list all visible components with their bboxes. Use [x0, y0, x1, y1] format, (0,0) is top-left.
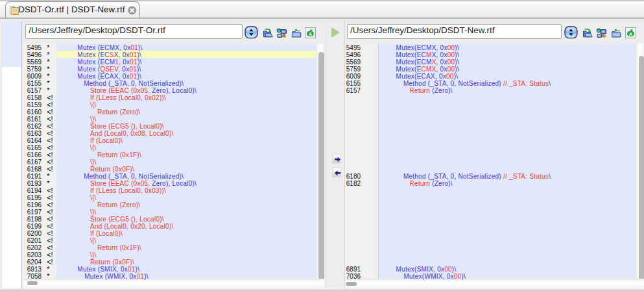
svg-text:A: A	[629, 31, 633, 37]
svg-text:A: A	[309, 31, 313, 37]
